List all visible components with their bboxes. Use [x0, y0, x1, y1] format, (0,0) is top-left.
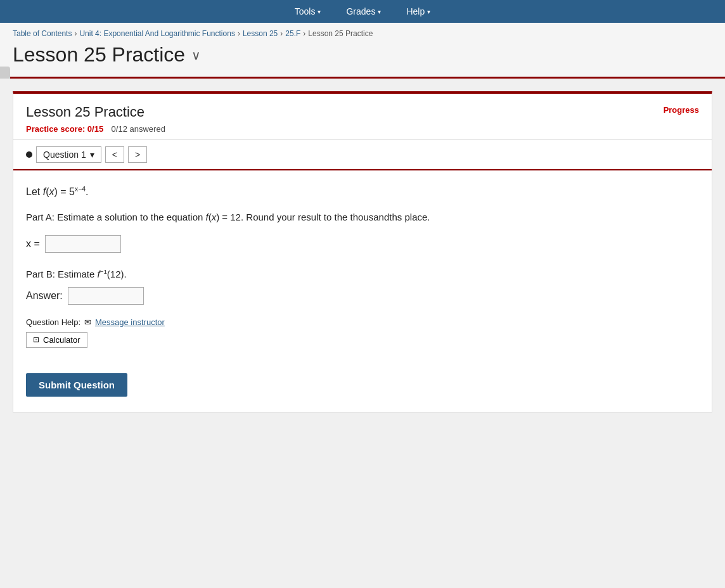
practice-card: Lesson 25 Practice Practice score: 0/15 …	[13, 91, 712, 412]
prev-question-button[interactable]: <	[105, 146, 124, 163]
practice-header-left: Lesson 25 Practice Practice score: 0/15 …	[26, 104, 165, 134]
breadcrumb-area: Table of Contents › Unit 4: Exponential …	[0, 23, 725, 38]
calculator-row: ⊡ Calculator	[26, 332, 699, 361]
question-label: Question 1	[43, 150, 86, 160]
help-menu[interactable]: Help ▾	[406, 6, 430, 16]
breadcrumb-sep-4: ›	[303, 29, 305, 38]
practice-answered: 0/12 answered	[112, 124, 165, 134]
practice-header-right: Progress	[664, 104, 699, 115]
question-help-row: Question Help: ✉ Message instructor	[26, 317, 699, 327]
breadcrumb-lesson25[interactable]: Lesson 25	[243, 29, 278, 38]
grades-chevron: ▾	[378, 8, 381, 15]
page-title-area: ▶ Lesson 25 Practice ∨	[0, 38, 725, 79]
math-function-display: Let f(x) = 5x−4.	[26, 186, 699, 198]
part-b-text: Part B: Estimate f−1(12).	[26, 268, 699, 279]
practice-score: Practice score: 0/15	[26, 124, 103, 134]
progress-label: Progress	[664, 105, 699, 115]
answer-b-label: Answer:	[26, 290, 63, 302]
question-status-dot	[26, 151, 32, 158]
tools-label: Tools	[295, 6, 316, 16]
mail-icon: ✉	[84, 317, 91, 327]
help-chevron: ▾	[427, 8, 430, 15]
dropdown-arrow-icon: ▾	[90, 150, 94, 160]
next-question-button[interactable]: >	[128, 146, 147, 163]
content-area: Lesson 25 Practice Practice score: 0/15 …	[0, 79, 725, 588]
help-label: Help	[406, 6, 425, 16]
breadcrumb-sep-2: ›	[238, 29, 240, 38]
part-b-answer-row: Answer:	[26, 287, 699, 305]
breadcrumb-sep-3: ›	[280, 29, 283, 38]
breadcrumb: Table of Contents › Unit 4: Exponential …	[13, 29, 712, 38]
breadcrumb-sep-1: ›	[74, 29, 77, 38]
question-selector-bar: Question 1 ▾ < >	[13, 140, 712, 170]
top-navigation: Tools ▾ Grades ▾ Help ▾	[0, 0, 725, 23]
grades-label: Grades	[346, 6, 375, 16]
breadcrumb-unit[interactable]: Unit 4: Exponential And Logarithmic Func…	[79, 29, 234, 38]
page-title-dropdown-icon[interactable]: ∨	[191, 48, 201, 63]
grades-menu[interactable]: Grades ▾	[346, 6, 381, 16]
practice-title: Lesson 25 Practice	[26, 104, 165, 120]
part-a-answer-row: x =	[26, 235, 699, 253]
message-instructor-link[interactable]: Message instructor	[95, 317, 165, 327]
question-help-label: Question Help:	[26, 317, 80, 327]
exponent: x−4	[75, 186, 86, 193]
part-b-answer-input[interactable]	[68, 287, 144, 305]
page-title: Lesson 25 Practice	[13, 43, 185, 67]
part-a-answer-input[interactable]	[45, 235, 121, 253]
main-wrapper: Lesson 25 Practice Practice score: 0/15 …	[0, 79, 725, 588]
tools-menu[interactable]: Tools ▾	[295, 6, 321, 16]
practice-score-row: Practice score: 0/15 0/12 answered	[26, 123, 165, 134]
submit-question-button[interactable]: Submit Question	[26, 373, 127, 397]
question-dropdown[interactable]: Question 1 ▾	[36, 146, 101, 163]
tools-chevron: ▾	[318, 8, 321, 15]
question-content: Let f(x) = 5x−4. Part A: Estimate a solu…	[13, 170, 712, 412]
part-a-text: Part A: Estimate a solution to the equat…	[26, 210, 699, 225]
breadcrumb-current: Lesson 25 Practice	[308, 29, 373, 38]
x-equals-label: x =	[26, 238, 40, 250]
calculator-button[interactable]: ⊡ Calculator	[26, 332, 87, 348]
calculator-icon: ⊡	[33, 335, 39, 344]
calculator-label: Calculator	[43, 335, 80, 345]
breadcrumb-toc[interactable]: Table of Contents	[13, 29, 72, 38]
breadcrumb-25f[interactable]: 25.F	[285, 29, 300, 38]
practice-card-header: Lesson 25 Practice Practice score: 0/15 …	[13, 94, 712, 140]
